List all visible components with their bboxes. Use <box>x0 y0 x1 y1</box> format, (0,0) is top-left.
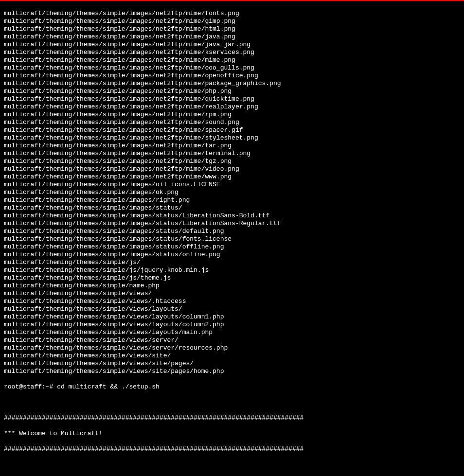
file-listing-line: multicraft/theming/themes/simple/views/s… <box>4 336 460 344</box>
separator-line: ########################################… <box>4 414 460 422</box>
file-listing-line: multicraft/theming/themes/simple/views/s… <box>4 352 460 360</box>
file-listing-line: multicraft/theming/themes/simple/images/… <box>4 10 460 18</box>
file-listing-line: multicraft/theming/themes/simple/images/… <box>4 33 460 41</box>
file-listing-line: multicraft/theming/themes/simple/views/s… <box>4 344 460 352</box>
file-listing-line: multicraft/theming/themes/simple/images/… <box>4 158 460 165</box>
file-listing-line: multicraft/theming/themes/simple/images/… <box>4 49 460 56</box>
file-listing-line: multicraft/theming/themes/simple/name.ph… <box>4 282 460 290</box>
file-listing-line: multicraft/theming/themes/simple/js/ <box>4 259 460 266</box>
command-prompt-line: root@staff:~# cd multicraft && ./setup.s… <box>4 383 460 391</box>
file-listing-line: multicraft/theming/themes/simple/images/… <box>4 126 460 134</box>
file-listing-line: multicraft/theming/themes/simple/images/… <box>4 103 460 111</box>
file-listing-line: multicraft/theming/themes/simple/images/… <box>4 119 460 126</box>
file-listing-line: multicraft/theming/themes/simple/images/… <box>4 41 460 49</box>
file-listing-line: multicraft/theming/themes/simple/images/… <box>4 142 460 150</box>
file-listing-block: multicraft/theming/themes/simple/images/… <box>4 10 460 375</box>
blank-line <box>4 399 460 406</box>
file-listing-line: multicraft/theming/themes/simple/views/s… <box>4 368 460 375</box>
file-listing-line: multicraft/theming/themes/simple/views/.… <box>4 298 460 305</box>
file-listing-line: multicraft/theming/themes/simple/images/… <box>4 181 460 189</box>
file-listing-line: multicraft/theming/themes/simple/images/… <box>4 134 460 142</box>
file-listing-line: multicraft/theming/themes/simple/images/… <box>4 189 460 196</box>
file-listing-line: multicraft/theming/themes/simple/images/… <box>4 173 460 181</box>
file-listing-line: multicraft/theming/themes/simple/js/them… <box>4 274 460 282</box>
file-listing-line: multicraft/theming/themes/simple/images/… <box>4 228 460 235</box>
file-listing-line: multicraft/theming/themes/simple/js/jque… <box>4 266 460 274</box>
shell-command: cd multicraft && ./setup.sh <box>57 383 160 390</box>
file-listing-line: multicraft/theming/themes/simple/images/… <box>4 150 460 158</box>
file-listing-line: multicraft/theming/themes/simple/images/… <box>4 64 460 72</box>
file-listing-line: multicraft/theming/themes/simple/images/… <box>4 235 460 243</box>
file-listing-line: multicraft/theming/themes/simple/images/… <box>4 25 460 33</box>
file-listing-line: multicraft/theming/themes/simple/views/l… <box>4 321 460 329</box>
file-listing-line: multicraft/theming/themes/simple/images/… <box>4 95 460 103</box>
file-listing-line: multicraft/theming/themes/simple/images/… <box>4 212 460 220</box>
file-listing-line: multicraft/theming/themes/simple/images/… <box>4 196 460 204</box>
shell-prompt: root@staff:~# <box>4 383 57 390</box>
file-listing-line: multicraft/theming/themes/simple/images/… <box>4 18 460 25</box>
file-listing-line: multicraft/theming/themes/simple/images/… <box>4 56 460 64</box>
file-listing-line: multicraft/theming/themes/simple/views/l… <box>4 329 460 336</box>
file-listing-line: multicraft/theming/themes/simple/views/s… <box>4 360 460 368</box>
file-listing-line: multicraft/theming/themes/simple/images/… <box>4 204 460 212</box>
terminal-output[interactable]: multicraft/theming/themes/simple/images/… <box>0 1 464 476</box>
file-listing-line: multicraft/theming/themes/simple/images/… <box>4 243 460 251</box>
file-listing-line: multicraft/theming/themes/simple/views/ <box>4 290 460 298</box>
welcome-line: *** Welcome to Multicraft! <box>4 430 460 438</box>
blank-line <box>4 461 460 469</box>
file-listing-line: multicraft/theming/themes/simple/images/… <box>4 220 460 228</box>
file-listing-line: multicraft/theming/themes/simple/images/… <box>4 165 460 173</box>
file-listing-line: multicraft/theming/themes/simple/images/… <box>4 80 460 88</box>
file-listing-line: multicraft/theming/themes/simple/views/l… <box>4 313 460 321</box>
separator-line: ########################################… <box>4 445 460 453</box>
file-listing-line: multicraft/theming/themes/simple/images/… <box>4 111 460 119</box>
file-listing-line: multicraft/theming/themes/simple/views/l… <box>4 305 460 313</box>
file-listing-line: multicraft/theming/themes/simple/images/… <box>4 72 460 80</box>
file-listing-line: multicraft/theming/themes/simple/images/… <box>4 88 460 95</box>
file-listing-line: multicraft/theming/themes/simple/images/… <box>4 251 460 259</box>
